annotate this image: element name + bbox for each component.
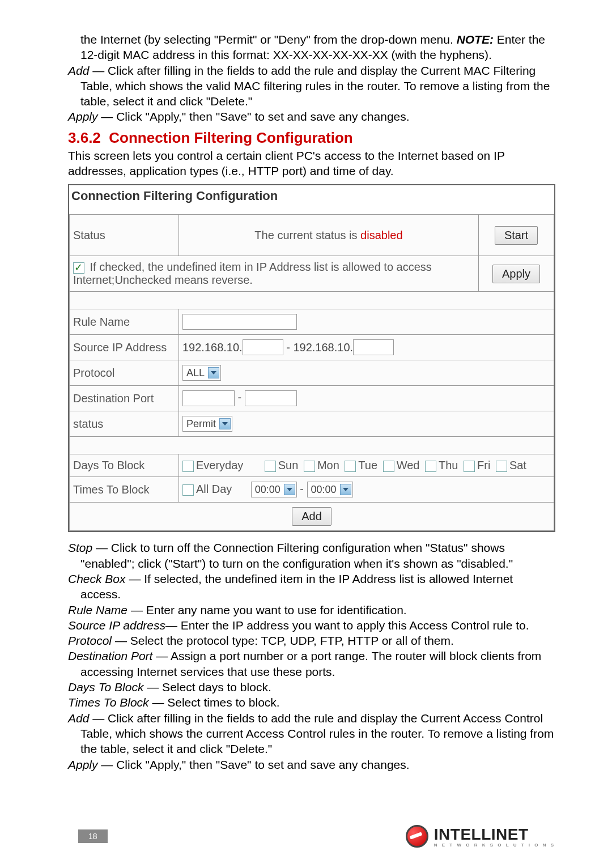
times-label: Times To Block	[70, 477, 179, 503]
definition-item: Days To Block — Select days to block.	[68, 679, 555, 695]
day-mon-checkbox[interactable]	[304, 461, 315, 472]
rule-name-input[interactable]	[182, 314, 297, 330]
section-heading: 3.6.2 Connection Filtering Configuration	[68, 129, 555, 147]
definition-item: Stop — Click to turn off the Connection …	[68, 540, 555, 571]
day-sat: Sat	[509, 459, 526, 471]
undefined-access-text: If checked, the undefined item in IP Add…	[73, 261, 432, 286]
page-footer: 18 INTELLINET N E T W O R K S O L U T I …	[0, 825, 612, 848]
day-sun-checkbox[interactable]	[265, 461, 276, 472]
chevron-down-icon	[219, 418, 231, 429]
definition-text: — Click to turn off the Connection Filte…	[80, 541, 513, 569]
definition-item: Check Box — If selected, the undefined i…	[68, 571, 555, 602]
definition-term: Rule Name	[68, 603, 128, 616]
def-add: Add — Click after filling in the fields …	[68, 63, 555, 109]
add-button[interactable]: Add	[292, 507, 332, 526]
ip-prefix-1: 192.168.10.	[182, 341, 243, 354]
status-value: disabled	[360, 229, 403, 241]
definition-text: — If selected, the undefined item in the…	[80, 572, 513, 601]
definition-term: Times To Block	[68, 696, 149, 709]
day-sun: Sun	[278, 459, 299, 471]
time-end-select[interactable]: 00:00	[307, 482, 353, 497]
day-tue-checkbox[interactable]	[345, 461, 356, 472]
chevron-down-icon	[340, 484, 351, 495]
day-tue: Tue	[358, 459, 377, 471]
day-thu-checkbox[interactable]	[425, 461, 436, 472]
definition-item: Protocol — Select the protocol type: TCP…	[68, 633, 555, 648]
definition-text: — Select times to block.	[149, 696, 280, 709]
rule-name-label: Rule Name	[70, 309, 179, 335]
time-end-value: 00:00	[311, 484, 337, 496]
protocol-value: ALL	[186, 367, 205, 379]
definition-term: Days To Block	[68, 680, 143, 693]
day-sat-checkbox[interactable]	[496, 461, 507, 472]
brand-name: INTELLINET	[434, 826, 555, 844]
brand-logo: INTELLINET N E T W O R K S O L U T I O N…	[406, 825, 555, 848]
undefined-access-cell: If checked, the undefined item in IP Add…	[70, 256, 479, 292]
definition-term: Apply	[68, 758, 98, 771]
chevron-down-icon	[284, 484, 295, 495]
status-cell: The current status is disabled	[179, 215, 479, 256]
time-start-select[interactable]: 00:00	[251, 482, 297, 497]
time-sep: -	[300, 483, 307, 495]
definitions-list: Stop — Click to turn off the Connection …	[68, 540, 555, 772]
ip-prefix-2: 192.168.10.	[293, 341, 353, 354]
apply-button[interactable]: Apply	[492, 265, 540, 283]
days-label: Days To Block	[70, 454, 179, 477]
allday-label: All Day	[196, 483, 232, 495]
day-wed-checkbox[interactable]	[383, 461, 394, 472]
logo-icon	[406, 825, 428, 848]
protocol-select[interactable]: ALL	[182, 365, 221, 381]
dest-port-label: Destination Port	[70, 386, 179, 411]
day-thu: Thu	[439, 459, 458, 471]
section-title-text: Connection Filtering Configuration	[109, 129, 352, 146]
chevron-down-icon	[208, 367, 219, 378]
status-label: Status	[70, 215, 179, 256]
ip-start-input[interactable]	[243, 339, 283, 355]
intro-continuation: the Internet (by selecting "Permit" or "…	[68, 32, 555, 63]
definition-text: — Enter the IP address you want to apply…	[165, 619, 529, 632]
port-end-input[interactable]	[245, 390, 297, 406]
day-fri-checkbox[interactable]	[464, 461, 475, 472]
term-text: — Click "Apply," then "Save" to set and …	[98, 110, 410, 123]
port-start-input[interactable]	[182, 390, 235, 406]
definition-term: Stop	[68, 541, 92, 554]
start-button[interactable]: Start	[495, 226, 538, 245]
day-wed: Wed	[397, 459, 420, 471]
definition-item: Apply — Click "Apply," then "Save" to se…	[68, 757, 555, 772]
section-number: 3.6.2	[68, 129, 101, 146]
day-mon: Mon	[317, 459, 339, 471]
time-start-value: 00:00	[255, 484, 280, 496]
ip-end-input[interactable]	[353, 339, 394, 355]
brand-sub: N E T W O R K S O L U T I O N S	[434, 843, 555, 848]
status-select[interactable]: Permit	[182, 416, 232, 432]
term-text: — Click after filling in the fields to a…	[80, 64, 550, 108]
everyday-label: Everyday	[196, 459, 243, 471]
everyday-checkbox[interactable]	[182, 461, 194, 472]
def-apply: Apply — Click "Apply," then "Save" to se…	[68, 109, 555, 124]
undefined-access-checkbox[interactable]	[73, 262, 84, 274]
days-cell: Everyday Sun Mon Tue Wed Thu Fri Sat	[179, 454, 554, 477]
term: Apply	[68, 110, 98, 123]
definition-text: — Click "Apply," then "Save" to set and …	[98, 758, 410, 771]
page-number: 18	[78, 829, 108, 843]
source-ip-label: Source IP Address	[70, 335, 179, 360]
term: Add	[68, 64, 89, 77]
config-panel: Connection Filtering Configuration Statu…	[68, 184, 555, 532]
day-fri: Fri	[477, 459, 490, 471]
section-intro: This screen lets you control a certain c…	[68, 148, 555, 179]
status-text: The current status is	[254, 229, 360, 241]
definition-term: Check Box	[68, 572, 126, 585]
allday-checkbox[interactable]	[182, 484, 194, 496]
port-sep: -	[238, 392, 245, 404]
definition-text: — Select the protocol type: TCP, UDP, FT…	[112, 634, 454, 647]
definition-text: — Click after filling in the fields to a…	[80, 712, 554, 756]
definition-item: Add — Click after filling in the fields …	[68, 710, 555, 757]
definition-term: Source IP address	[68, 619, 165, 632]
definition-item: Source IP address— Enter the IP address …	[68, 618, 555, 633]
definition-item: Destination Port — Assign a port number …	[68, 648, 555, 679]
definition-term: Destination Port	[68, 649, 152, 662]
config-table: Status The current status is disabled St…	[69, 214, 554, 531]
definition-term: Add	[68, 712, 89, 725]
definition-item: Times To Block — Select times to block.	[68, 695, 555, 710]
definition-item: Rule Name — Enter any name you want to u…	[68, 602, 555, 618]
